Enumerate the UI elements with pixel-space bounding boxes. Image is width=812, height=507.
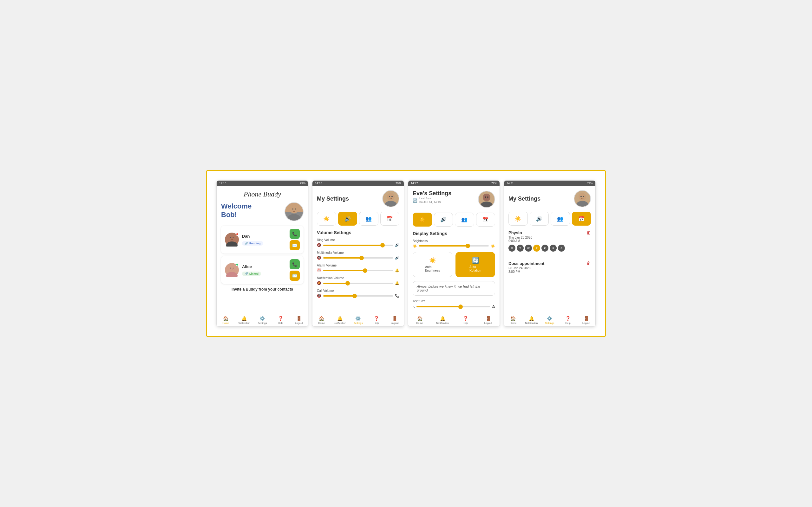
screen-4-calendar: 14:21 74% My Settings ☀️ 🔊: [504, 180, 596, 326]
tab-contacts-4[interactable]: 👥: [551, 212, 570, 226]
tab-volume-4[interactable]: 🔊: [530, 212, 549, 226]
msg-button-alice[interactable]: ✉️: [290, 271, 300, 281]
docs-delete-button[interactable]: 🗑: [587, 261, 591, 266]
svg-point-13: [230, 268, 231, 269]
svg-point-24: [576, 201, 589, 207]
tab-calendar-4[interactable]: 📅: [572, 212, 591, 226]
bottom-nav-3: 🏠 Home 🔔 Notification ❓ Help 🚪 Logout: [408, 314, 500, 326]
alarm-slider-track[interactable]: [323, 270, 393, 271]
status-battery-3: 72%: [491, 181, 497, 185]
ring-slider-track[interactable]: [323, 245, 393, 246]
text-size-label: Text Size: [413, 299, 495, 303]
nav-notification-4[interactable]: 🔔 Notification: [522, 314, 541, 326]
day-badge-w: W: [525, 245, 532, 251]
physio-day-badges: M T W T F S S: [508, 245, 591, 251]
nav-home-4[interactable]: 🏠 Home: [504, 314, 522, 326]
welcome-row: WelcomeBob!: [221, 202, 304, 221]
quote-text: Almost before we knew it, we had left th…: [417, 285, 480, 292]
nav-notification-1[interactable]: 🔔 Notification: [235, 314, 253, 326]
logout-icon-3: 🚪: [486, 316, 491, 321]
home-icon-1: 🏠: [223, 316, 229, 321]
nav-notification-3[interactable]: 🔔 Notification: [431, 314, 454, 326]
screen-2-volume: 14:10 79% My Settings ☀️ 🔊: [312, 180, 404, 326]
msg-button-dan[interactable]: ✉️: [290, 240, 300, 250]
nav-home-1[interactable]: 🏠 Home: [217, 314, 235, 326]
auto-rotation-icon: 🔄: [472, 257, 479, 264]
welcome-text: WelcomeBob!: [221, 202, 252, 219]
nav-settings-4[interactable]: ⚙️ Settings: [541, 314, 559, 326]
status-battery-1: 79%: [300, 181, 305, 185]
home-icon-3: 🏠: [417, 316, 422, 321]
nav-logout-2[interactable]: 🚪 Logout: [386, 314, 404, 326]
call-button-dan[interactable]: 📞: [290, 229, 300, 239]
avatar-bob: [285, 202, 304, 221]
tab-display-4[interactable]: ☀️: [508, 212, 528, 226]
nav-home-3[interactable]: 🏠 Home: [408, 314, 431, 326]
nav-help-4[interactable]: ❓ Help: [559, 314, 577, 326]
tab-contacts-3[interactable]: 👥: [455, 213, 474, 227]
multimedia-slider-track[interactable]: [323, 257, 393, 259]
appointments-divider: [508, 257, 591, 257]
auto-rotation-label: AutoRotation: [469, 265, 481, 272]
text-size-icon-right: A: [492, 304, 495, 309]
nav-logout-1[interactable]: 🚪 Logout: [290, 314, 308, 326]
alarm-slider-row: ⏰ 🔔: [317, 268, 399, 273]
nav-label-logout-2: Logout: [391, 322, 398, 325]
tab-volume-2[interactable]: 🔊: [338, 212, 357, 226]
auto-rotation-option[interactable]: 🔄 AutoRotation: [455, 252, 495, 277]
notification-volume-label: Notification Volume: [317, 276, 399, 280]
auto-brightness-icon: ☀️: [429, 257, 436, 264]
nav-label-help-4: Help: [565, 322, 570, 325]
contact-actions-alice[interactable]: 📞 ✉️: [290, 259, 300, 281]
call-slider-row: 📵 📞: [317, 294, 399, 298]
nav-notification-2[interactable]: 🔔 Notification: [331, 314, 349, 326]
ring-icon-right: 🔊: [395, 243, 399, 247]
tab-calendar-3[interactable]: 📅: [476, 213, 496, 227]
auto-brightness-option[interactable]: ☀️ AutoBrightness: [413, 252, 452, 277]
nav-help-3[interactable]: ❓ Help: [454, 314, 477, 326]
tab-contacts-2[interactable]: 👥: [359, 212, 378, 226]
nav-logout-4[interactable]: 🚪 Logout: [577, 314, 595, 326]
nav-settings-1[interactable]: ⚙️ Settings: [253, 314, 271, 326]
nav-label-notif-3: Notification: [436, 322, 449, 325]
avatar-settings-3: [478, 191, 495, 208]
brightness-slider-track[interactable]: [419, 245, 489, 246]
nav-home-2[interactable]: 🏠 Home: [312, 314, 331, 326]
nav-settings-2[interactable]: ⚙️ Settings: [349, 314, 367, 326]
svg-point-9: [233, 237, 234, 238]
contact-badge-alice: 🔗 Linked: [242, 272, 261, 276]
help-icon-1: ❓: [278, 316, 283, 321]
notification-icon-3: 🔔: [440, 316, 445, 321]
svg-point-7: [229, 235, 235, 241]
svg-point-1: [287, 214, 300, 222]
contact-actions-dan[interactable]: 📞 ✉️: [290, 229, 300, 250]
nav-label-notif-1: Notification: [238, 322, 251, 325]
sync-text: Last Sync:Fri Jan 24, 14:19: [419, 197, 441, 204]
text-size-slider-track[interactable]: [416, 306, 490, 307]
settings-title-4: My Settings: [508, 195, 541, 202]
brightness-icon-left: ☀️: [413, 244, 417, 248]
call-slider-track[interactable]: [323, 295, 393, 297]
volume-multimedia: Multimedia Volume 🔇 🔊: [317, 251, 399, 260]
home-icon-2: 🏠: [319, 316, 324, 321]
status-battery-2: 79%: [396, 181, 401, 185]
tab-volume-3[interactable]: 🔊: [434, 213, 453, 227]
notification-slider-track[interactable]: [323, 283, 393, 284]
nav-help-1[interactable]: ❓ Help: [271, 314, 290, 326]
multimedia-icon-left: 🔇: [317, 256, 321, 260]
nav-logout-3[interactable]: 🚪 Logout: [477, 314, 500, 326]
settings-tabs-3: ☀️ 🔊 👥 📅: [413, 213, 495, 227]
tab-calendar-2[interactable]: 📅: [380, 212, 400, 226]
app-title: Phone Buddy: [221, 190, 304, 199]
appointment-docs: Docs appointment 🗑 Fri Jan 24 2020 3:00 …: [508, 261, 591, 274]
physio-date: Thu Jan 23 2020: [508, 236, 591, 239]
svg-point-21: [485, 196, 486, 198]
call-button-alice[interactable]: 📞: [290, 259, 300, 269]
day-badge-s2: S: [558, 245, 565, 251]
physio-delete-button[interactable]: 🗑: [587, 230, 591, 235]
status-time-3: 14:27: [411, 181, 418, 185]
nav-help-2[interactable]: ❓ Help: [367, 314, 386, 326]
tab-display-3[interactable]: ☀️: [413, 213, 432, 227]
nav-label-settings-2: Settings: [354, 322, 363, 325]
tab-display-2[interactable]: ☀️: [317, 212, 336, 226]
